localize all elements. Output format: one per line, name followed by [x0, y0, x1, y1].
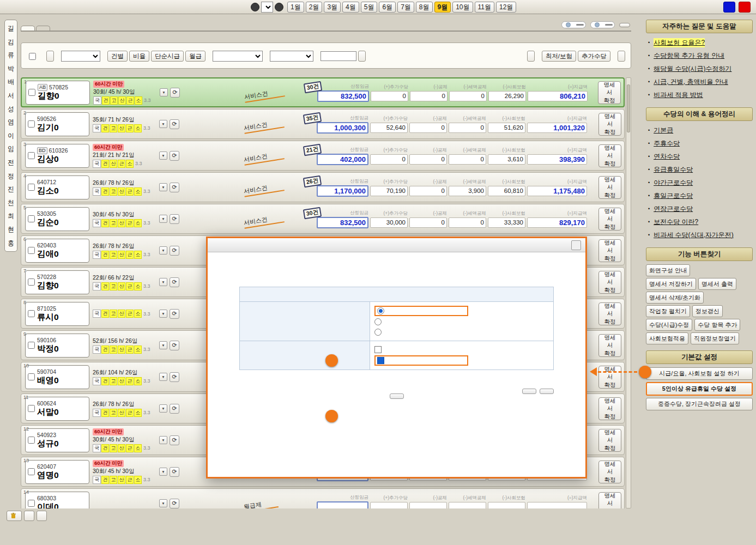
hours-select[interactable]: [270, 51, 313, 62]
holiday-allowance-setting-button[interactable]: 5인이상 유급휴일 수당 설정: [646, 382, 753, 396]
radio-icon[interactable]: [377, 307, 384, 314]
row-checkbox[interactable]: [28, 310, 35, 317]
month-button[interactable]: 3월: [324, 2, 341, 13]
calc-wage-input[interactable]: 832,500: [317, 90, 369, 102]
calc-method-button[interactable]: 단순시급: [151, 51, 184, 62]
row-expand-button[interactable]: ▼: [159, 404, 167, 413]
name-index-letter[interactable]: 현: [8, 223, 14, 237]
radio-icon[interactable]: [374, 318, 382, 325]
name-index-letter[interactable]: 길: [8, 22, 14, 35]
check-button[interactable]: 최저/보험: [542, 51, 576, 62]
row-refresh-button[interactable]: ⟳: [170, 435, 179, 445]
name-index-letter[interactable]: 배: [8, 75, 14, 89]
month-button[interactable]: 7월: [397, 2, 414, 13]
row-checkbox[interactable]: [28, 278, 35, 286]
note-toggle[interactable]: [590, 21, 615, 28]
row-checkbox[interactable]: [28, 373, 35, 380]
name-index-letter[interactable]: 천: [8, 196, 14, 210]
row-checkbox[interactable]: [28, 342, 35, 349]
payslip-confirm-button[interactable]: 명세서확정: [598, 81, 621, 104]
calc-wage-input[interactable]: 832,500: [317, 217, 368, 228]
month-button[interactable]: 9월: [434, 2, 451, 13]
help-link[interactable]: •시급, 건별, 총액비율 안내: [647, 75, 753, 88]
name-search-input[interactable]: [320, 51, 356, 61]
checkbox-saturday-no-duplicate[interactable]: [374, 344, 549, 355]
calc-method-button[interactable]: 건별: [107, 51, 128, 62]
row-refresh-button[interactable]: ⟳: [170, 372, 179, 382]
row-checkbox[interactable]: [28, 89, 35, 96]
function-button[interactable]: 화면구성 안내: [646, 264, 690, 276]
row-checkbox[interactable]: [28, 247, 35, 254]
name-index-letter[interactable]: 정: [8, 169, 14, 183]
name-index-letter[interactable]: 김: [8, 35, 14, 49]
row-expand-button[interactable]: ▼: [159, 120, 167, 128]
help-link[interactable]: •연장근로수당: [647, 202, 753, 215]
help-link[interactable]: •휴일근로수당: [647, 189, 753, 202]
help-link[interactable]: •비과세 수당(식대,자가운전): [647, 228, 753, 241]
remote-support-button[interactable]: [739, 2, 751, 13]
payslip-confirm-button[interactable]: 명세서확정: [598, 397, 621, 420]
checkbox-checked-icon[interactable]: [377, 357, 384, 364]
payslip-confirm-button[interactable]: 명세서확정: [598, 429, 621, 452]
row-expand-button[interactable]: ▼: [159, 468, 167, 476]
default-setting-button[interactable]: 중증수당, 장기근속장려금 설정: [646, 398, 753, 410]
help-link[interactable]: •주휴수당: [647, 137, 753, 150]
job-select[interactable]: [213, 51, 263, 62]
download-button[interactable]: [24, 511, 34, 521]
payslip-confirm-button[interactable]: 명세서확정: [598, 302, 621, 325]
function-button[interactable]: 정보갱신: [692, 305, 723, 317]
payslip-confirm-button[interactable]: 명세서확정: [598, 271, 621, 294]
function-button[interactable]: 작업창 펼치기: [646, 305, 690, 317]
month-button[interactable]: 2월: [306, 2, 323, 13]
expand-all-button[interactable]: [618, 51, 625, 62]
radio-apply-worked-holiday-only[interactable]: [374, 306, 468, 316]
help-link[interactable]: •연차수당: [647, 150, 753, 163]
row-refresh-button[interactable]: ⟳: [170, 183, 179, 192]
progress-select[interactable]: [61, 51, 100, 62]
payslip-confirm-button[interactable]: 명세서확정: [598, 334, 621, 357]
prev-arrow-button[interactable]: [251, 3, 259, 11]
payslip-confirm-button[interactable]: 명세서확정: [598, 208, 621, 231]
payslip-confirm-button[interactable]: 명세서확정: [598, 239, 621, 262]
change-settings-button[interactable]: [390, 393, 404, 399]
row-expand-button[interactable]: ▼: [159, 246, 167, 255]
row-refresh-button[interactable]: ⟳: [170, 151, 179, 161]
scroll-up-icon[interactable]: [626, 78, 631, 83]
row-refresh-button[interactable]: ⟳: [170, 499, 179, 508]
row-expand-button[interactable]: ▼: [160, 88, 168, 96]
row-expand-button[interactable]: ▼: [159, 215, 167, 223]
row-expand-button[interactable]: ▼: [159, 341, 167, 349]
row-checkbox[interactable]: [28, 152, 35, 159]
name-index-letter[interactable]: 홍: [8, 237, 14, 250]
payslip-confirm-button[interactable]: 명세서확정: [598, 366, 621, 389]
row-checkbox[interactable]: [28, 405, 35, 412]
tab-wage-calculation[interactable]: [21, 26, 35, 31]
select-all-checkbox[interactable]: [29, 53, 36, 60]
row-expand-button[interactable]: ▼: [159, 499, 167, 507]
bojeon-allowance-bulk-button[interactable]: [619, 23, 630, 27]
help-link[interactable]: •수당항목 추가 유형 안내: [647, 49, 753, 62]
row-checkbox[interactable]: [28, 184, 35, 191]
tab-payslip-print[interactable]: [36, 26, 50, 31]
name-index-letter[interactable]: 염: [8, 116, 14, 129]
name-index-letter[interactable]: 임: [8, 142, 14, 156]
month-button[interactable]: 8월: [416, 2, 433, 13]
function-button[interactable]: 수당(시급)수정: [646, 319, 692, 331]
function-button[interactable]: 명세서 저장하기: [646, 278, 696, 290]
calc-wage-input[interactable]: [317, 501, 368, 509]
mobile-visibility-toggle[interactable]: [561, 21, 586, 28]
help-link[interactable]: •기본급: [647, 124, 753, 137]
wage-data-button[interactable]: [37, 511, 47, 521]
function-button[interactable]: 직원정보창열기: [691, 332, 739, 344]
name-index-letter[interactable]: 전: [8, 156, 14, 169]
row-expand-button[interactable]: ▼: [159, 152, 167, 160]
checkbox-icon[interactable]: [374, 346, 382, 353]
check-button[interactable]: 추가수당: [578, 51, 610, 62]
name-index-letter[interactable]: 진: [8, 183, 14, 196]
name-index-letter[interactable]: 박: [8, 62, 14, 76]
help-link[interactable]: •보전수당 이란?: [647, 215, 753, 228]
row-checkbox[interactable]: [28, 437, 35, 444]
name-index-letter[interactable]: 성: [8, 102, 14, 116]
name-index-letter[interactable]: 최: [8, 209, 14, 223]
row-refresh-button[interactable]: ⟳: [170, 341, 179, 350]
